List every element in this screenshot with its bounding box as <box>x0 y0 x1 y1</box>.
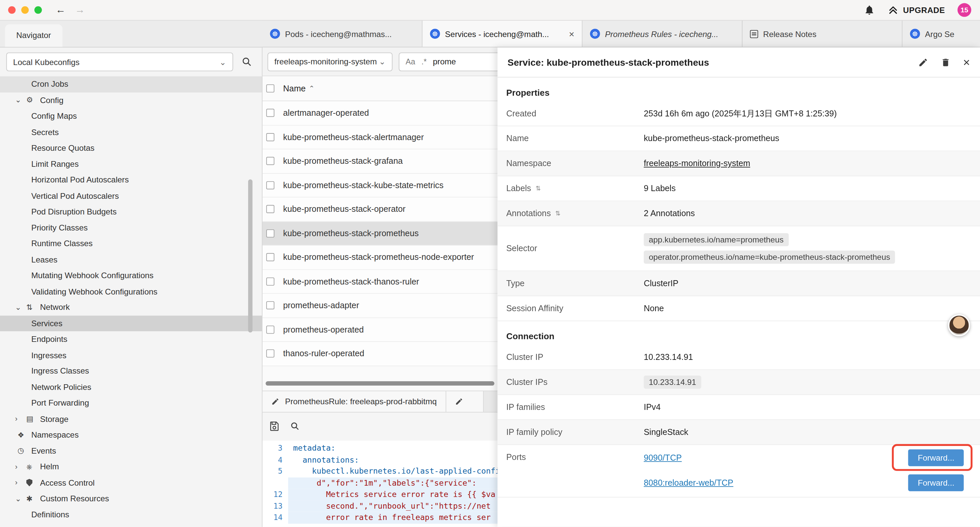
tab-prometheus-rules-icecheng[interactable]: ☸Prometheus Rules - icecheng... <box>582 21 743 47</box>
sort-icon[interactable]: ⇅ <box>535 185 541 192</box>
notification-count-badge[interactable]: 15 <box>958 3 971 17</box>
row-checkbox[interactable] <box>266 326 274 334</box>
sidebar-item-mutating-webhook-configurations[interactable]: Mutating Webhook Configurations <box>0 267 262 283</box>
forward-button[interactable]: Forward... <box>908 474 964 491</box>
port-link[interactable]: 9090/TCP <box>644 453 682 462</box>
row-checkbox[interactable] <box>266 253 274 261</box>
sidebar-item-validating-webhook-configurations[interactable]: Validating Webhook Configurations <box>0 283 262 299</box>
sidebar-item-network[interactable]: ⌄⇅Network <box>0 299 262 315</box>
minimize-window-button[interactable] <box>21 6 29 14</box>
chevron-down-icon[interactable]: ⌄ <box>15 96 26 104</box>
sidebar-item-limit-ranges[interactable]: Limit Ranges <box>0 156 262 172</box>
sidebar-item-definitions[interactable]: Definitions <box>0 507 262 523</box>
back-button[interactable]: ← <box>56 4 66 16</box>
sidebar-item-network-policies[interactable]: Network Policies <box>0 379 262 395</box>
chevron-right-icon[interactable]: › <box>15 415 26 423</box>
sidebar-item-custom-resources[interactable]: ⌄✱Custom Resources <box>0 490 262 507</box>
sidebar-item-services[interactable]: Services <box>0 315 262 331</box>
save-icon[interactable] <box>269 420 280 432</box>
sidebar-item-access-control[interactable]: ›Access Control <box>0 474 262 490</box>
horizontal-scrollbar[interactable] <box>266 381 494 385</box>
namespace-filter[interactable]: freeleaps-monitoring-system ⌄ <box>267 52 393 71</box>
chevron-down-icon[interactable]: ⌄ <box>15 494 26 503</box>
shield-icon <box>26 479 40 486</box>
row-checkbox[interactable] <box>266 109 274 117</box>
zoom-window-button[interactable] <box>34 6 42 14</box>
user-avatar[interactable] <box>948 314 970 336</box>
sidebar-item-ingresses[interactable]: Ingresses <box>0 347 262 363</box>
row-checkbox[interactable] <box>266 301 274 309</box>
sidebar-item-config[interactable]: ⌄⚙Config <box>0 92 262 108</box>
sidebar-item-storage[interactable]: ›▤Storage <box>0 411 262 427</box>
forward-button[interactable]: Forward... <box>908 449 964 466</box>
row-value: None <box>644 304 664 313</box>
drawer-body[interactable]: PropertiesCreated253d 16h 6m ago (2025年1… <box>497 77 980 527</box>
line-number: 4 <box>262 454 288 466</box>
tab-label: Services - icecheng@math... <box>445 29 549 38</box>
sidebar-item-pod-disruption-budgets[interactable]: Pod Disruption Budgets <box>0 204 262 220</box>
chevron-right-icon[interactable]: › <box>15 462 26 471</box>
sidebar-item-vertical-pod-autoscalers[interactable]: Vertical Pod Autoscalers <box>0 188 262 204</box>
sidebar-item-runtime-classes[interactable]: Runtime Classes <box>0 236 262 252</box>
dock-tab-prometheusrule-freeleaps-prod-rabbitmq[interactable]: PrometheusRule: freeleaps-prod-rabbitmq <box>262 391 446 412</box>
selector-badge: app.kubernetes.io/name=prometheus <box>644 233 789 246</box>
sidebar-scrollbar[interactable] <box>248 180 253 333</box>
editor-search-icon[interactable] <box>290 421 300 431</box>
service-name: prometheus-adapter <box>283 301 359 310</box>
port-link[interactable]: 8080:reloader-web/TCP <box>644 478 733 487</box>
navigator-tab[interactable]: Navigator <box>5 24 62 47</box>
upgrade-button[interactable]: UPGRADE <box>887 4 945 16</box>
sort-icon[interactable]: ⇅ <box>555 210 560 217</box>
sidebar-item-helm[interactable]: ›⎈Helm <box>0 459 262 474</box>
port-row: 9090/TCPForward... <box>644 445 971 470</box>
tab-release-notes[interactable]: Release Notes <box>743 21 903 47</box>
namespace-link[interactable]: freeleaps-monitoring-system <box>644 159 750 168</box>
regex-toggle[interactable]: .* <box>421 57 426 66</box>
match-case-toggle[interactable]: Aa <box>406 57 415 66</box>
sidebar-item-label: Cron Jobs <box>31 80 68 89</box>
row-label: Ports <box>506 445 644 462</box>
tab-close-icon[interactable]: × <box>569 29 574 39</box>
chevron-down-icon[interactable]: ⌄ <box>15 303 26 312</box>
sidebar-item-secrets[interactable]: Secrets <box>0 124 262 140</box>
sidebar-item-priority-classes[interactable]: Priority Classes <box>0 220 262 236</box>
sidebar-item-cron-jobs[interactable]: Cron Jobs <box>0 76 262 92</box>
sidebar-item-endpoints[interactable]: Endpoints <box>0 331 262 347</box>
tab-argo-se[interactable]: ☸Argo Se <box>903 21 980 47</box>
chevron-down-icon: ⌄ <box>379 57 386 66</box>
close-icon[interactable]: × <box>963 56 970 68</box>
helm-icon: ⎈ <box>26 462 40 471</box>
sidebar-item-resource-quotas[interactable]: Resource Quotas <box>0 140 262 156</box>
sidebar-item-ingress-classes[interactable]: Ingress Classes <box>0 363 262 379</box>
drawer-title: Service: kube-prometheus-stack-prometheu… <box>508 57 709 68</box>
row-checkbox[interactable] <box>266 350 274 358</box>
forward-button[interactable]: → <box>75 4 85 16</box>
close-window-button[interactable] <box>8 6 15 14</box>
chevron-right-icon[interactable]: › <box>15 478 26 487</box>
sidebar-item-namespaces[interactable]: ❖Namespaces <box>0 427 262 443</box>
kubeconfig-selector[interactable]: Local Kubeconfigs ⌄ <box>6 53 233 71</box>
notifications-bell-icon[interactable] <box>864 4 875 16</box>
sidebar-item-port-forwarding[interactable]: Port Forwarding <box>0 395 262 411</box>
sidebar-item-horizontal-pod-autoscalers[interactable]: Horizontal Pod Autoscalers <box>0 172 262 188</box>
sidebar-item-events[interactable]: ◷Events <box>0 443 262 459</box>
list-search-input[interactable]: Aa .* prome <box>399 52 514 71</box>
row-checkbox[interactable] <box>266 181 274 189</box>
dock-tab-partial[interactable] <box>446 391 483 412</box>
row-checkbox[interactable] <box>266 157 274 165</box>
row-checkbox[interactable] <box>266 229 274 237</box>
sidebar-item-config-maps[interactable]: Config Maps <box>0 108 262 124</box>
edit-icon[interactable] <box>918 57 928 67</box>
row-checkbox[interactable] <box>266 205 274 213</box>
edit-icon <box>455 398 463 406</box>
row-checkbox[interactable] <box>266 277 274 285</box>
row-checkbox[interactable] <box>266 133 274 141</box>
sidebar-item-label: Resource Quotas <box>31 143 95 153</box>
sidebar-item-leases[interactable]: Leases <box>0 252 262 267</box>
delete-icon[interactable] <box>941 57 951 67</box>
sidebar-search-icon[interactable] <box>238 53 256 70</box>
column-header-name[interactable]: Name ⌃ <box>283 84 315 93</box>
select-all-checkbox[interactable] <box>266 84 274 92</box>
tab-pods-icecheng-mathmas[interactable]: ☸Pods - icecheng@mathmas... <box>262 21 423 47</box>
tab-services-icecheng-math[interactable]: ☸Services - icecheng@math...× <box>423 21 583 47</box>
